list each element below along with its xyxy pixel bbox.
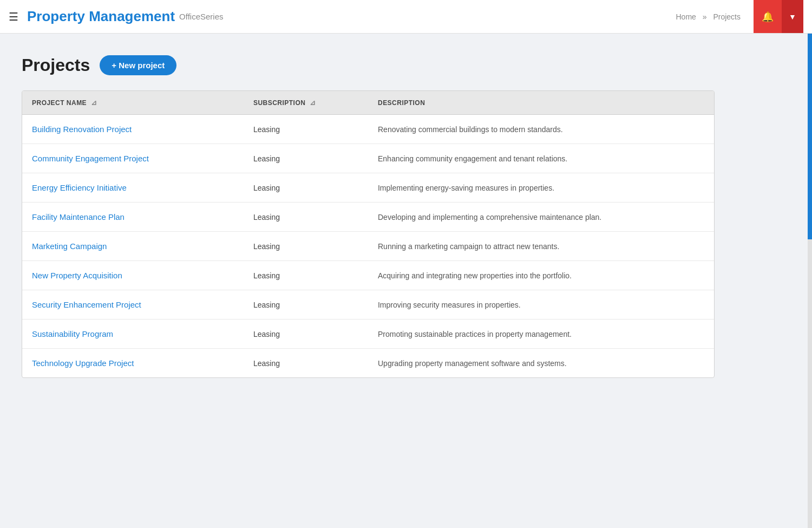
project-name-link[interactable]: Energy Efficiency Initiative bbox=[32, 183, 127, 192]
subscription-cell: Leasing bbox=[244, 349, 368, 378]
new-project-button[interactable]: + New project bbox=[100, 55, 176, 75]
app-header: ☰ Property Management OfficeSeries Home … bbox=[0, 0, 812, 34]
table-body: Building Renovation ProjectLeasingRenova… bbox=[22, 115, 714, 378]
bell-icon: 🔔 bbox=[762, 11, 774, 23]
projects-table-wrapper: PROJECT NAME ⊿ SUBSCRIPTION ⊿ DESCRIPTIO… bbox=[22, 90, 715, 378]
column-header-description: DESCRIPTION bbox=[368, 91, 714, 115]
subscription-cell: Leasing bbox=[244, 320, 368, 349]
app-subtitle: OfficeSeries bbox=[179, 12, 223, 21]
description-cell: Improving security measures in propertie… bbox=[368, 290, 714, 320]
project-name-link[interactable]: Building Renovation Project bbox=[32, 125, 132, 134]
project-name-link[interactable]: Security Enhancement Project bbox=[32, 300, 141, 309]
project-name-link[interactable]: Community Engagement Project bbox=[32, 154, 149, 163]
description-cell: Acquiring and integrating new properties… bbox=[368, 261, 714, 290]
table-row: Technology Upgrade ProjectLeasingUpgradi… bbox=[22, 349, 714, 378]
project-name-link[interactable]: Facility Maintenance Plan bbox=[32, 212, 125, 221]
column-header-subscription: SUBSCRIPTION ⊿ bbox=[244, 91, 368, 115]
subscription-cell: Leasing bbox=[244, 173, 368, 203]
table-header: PROJECT NAME ⊿ SUBSCRIPTION ⊿ DESCRIPTIO… bbox=[22, 91, 714, 115]
breadcrumb-current: Projects bbox=[713, 12, 741, 21]
projects-table: PROJECT NAME ⊿ SUBSCRIPTION ⊿ DESCRIPTIO… bbox=[22, 91, 714, 377]
project-name-link[interactable]: Sustainability Program bbox=[32, 329, 113, 338]
table-row: Community Engagement ProjectLeasingEnhan… bbox=[22, 144, 714, 173]
subscription-cell: Leasing bbox=[244, 290, 368, 320]
table-row: Marketing CampaignLeasingRunning a marke… bbox=[22, 232, 714, 261]
description-cell: Enhancing community engagement and tenan… bbox=[368, 144, 714, 173]
subscription-cell: Leasing bbox=[244, 261, 368, 290]
filter-name-icon[interactable]: ⊿ bbox=[91, 99, 97, 107]
menu-icon[interactable]: ☰ bbox=[9, 11, 18, 22]
table-row: New Property AcquisitionLeasingAcquiring… bbox=[22, 261, 714, 290]
table-row: Facility Maintenance PlanLeasingDevelopi… bbox=[22, 203, 714, 232]
chevron-down-icon: ▼ bbox=[789, 12, 796, 21]
table-row: Security Enhancement ProjectLeasingImpro… bbox=[22, 290, 714, 320]
project-name-link[interactable]: Marketing Campaign bbox=[32, 242, 107, 251]
breadcrumb-separator: » bbox=[703, 12, 707, 21]
table-row: Energy Efficiency InitiativeLeasingImple… bbox=[22, 173, 714, 203]
page-title: Projects bbox=[22, 55, 90, 75]
description-cell: Promoting sustainable practices in prope… bbox=[368, 320, 714, 349]
table-row: Sustainability ProgramLeasingPromoting s… bbox=[22, 320, 714, 349]
app-title: Property Management bbox=[27, 8, 175, 25]
description-cell: Implementing energy-saving measures in p… bbox=[368, 173, 714, 203]
scrollbar-thumb[interactable] bbox=[808, 34, 812, 239]
description-cell: Running a marketing campaign to attract … bbox=[368, 232, 714, 261]
page-header: Projects + New project bbox=[22, 55, 715, 75]
scrollbar-track[interactable] bbox=[808, 34, 812, 400]
main-content: Projects + New project PROJECT NAME ⊿ SU… bbox=[0, 34, 736, 400]
breadcrumb-home[interactable]: Home bbox=[676, 12, 696, 21]
subscription-cell: Leasing bbox=[244, 232, 368, 261]
subscription-cell: Leasing bbox=[244, 144, 368, 173]
description-cell: Renovating commercial buildings to moder… bbox=[368, 115, 714, 144]
header-dropdown-button[interactable]: ▼ bbox=[782, 0, 803, 33]
project-name-link[interactable]: New Property Acquisition bbox=[32, 271, 122, 280]
project-name-link[interactable]: Technology Upgrade Project bbox=[32, 358, 134, 368]
table-row: Building Renovation ProjectLeasingRenova… bbox=[22, 115, 714, 144]
filter-subscription-icon[interactable]: ⊿ bbox=[310, 99, 316, 107]
subscription-cell: Leasing bbox=[244, 203, 368, 232]
subscription-cell: Leasing bbox=[244, 115, 368, 144]
notification-bell-button[interactable]: 🔔 bbox=[754, 0, 782, 33]
breadcrumb: Home » Projects bbox=[673, 12, 743, 21]
description-cell: Developing and implementing a comprehens… bbox=[368, 203, 714, 232]
header-actions: 🔔 ▼ bbox=[754, 0, 803, 33]
description-cell: Upgrading property management software a… bbox=[368, 349, 714, 378]
column-header-name: PROJECT NAME ⊿ bbox=[22, 91, 244, 115]
